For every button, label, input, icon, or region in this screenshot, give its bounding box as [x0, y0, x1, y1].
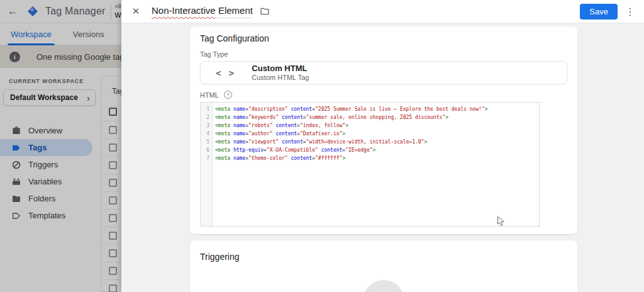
tag-name-field[interactable]: Non-Interactive Element: [152, 5, 253, 18]
app-window: ← Tag Manager All acc www Workspace Vers…: [0, 0, 644, 292]
tag-type-description: Custom HTML Tag: [252, 74, 309, 82]
dialog-header: ✕ Non-Interactive Element Save ⋮: [121, 0, 644, 23]
html-field-label: HTML: [200, 91, 219, 99]
code-line: 1<meta name="description" content="2025 …: [201, 105, 539, 113]
mouse-cursor: [497, 216, 506, 227]
code-line: 3<meta name="robots" content="index, fol…: [201, 121, 539, 130]
html-field-label-row: HTML ?: [200, 91, 567, 99]
tag-type-label: Tag Type: [200, 50, 567, 58]
code-line: 7<meta name="theme-color" content="#ffff…: [201, 154, 539, 162]
code-icon: < >: [216, 68, 235, 78]
code-lines: 1<meta name="description" content="2025 …: [201, 103, 539, 162]
folder-move-icon[interactable]: [260, 6, 270, 16]
triggering-card: Triggering: [190, 240, 577, 292]
tag-name-text: Non-Interactive: [152, 5, 216, 16]
tag-editor-dialog: ✕ Non-Interactive Element Save ⋮ Tag Con…: [121, 0, 644, 292]
tag-type-texts: Custom HTML Custom HTML Tag: [252, 64, 309, 82]
tag-type-name: Custom HTML: [252, 64, 309, 74]
save-button[interactable]: Save: [580, 4, 618, 20]
tag-type-selector[interactable]: < > Custom HTML Custom HTML Tag: [200, 61, 567, 84]
html-code-editor[interactable]: 1<meta name="description" content="2025 …: [200, 102, 540, 227]
kebab-menu-icon[interactable]: ⋮: [618, 6, 643, 18]
dialog-body: Tag Configuration Tag Type < > Custom HT…: [121, 23, 644, 292]
help-icon[interactable]: ?: [224, 91, 232, 99]
code-line: 5<meta name="viewport" content="width=de…: [201, 138, 539, 146]
code-line: 6<meta http-equiv="X-UA-Compatible" cont…: [201, 146, 539, 154]
tag-configuration-heading: Tag Configuration: [200, 30, 567, 43]
code-line: 2<meta name="keywords" content="summer s…: [201, 113, 539, 121]
close-icon[interactable]: ✕: [121, 6, 150, 17]
triggering-heading: Triggering: [200, 249, 567, 262]
code-line: 4<meta name="author" content="Datafixer.…: [201, 130, 539, 138]
trigger-placeholder-icon: [363, 280, 404, 292]
tag-name-text-rest: Element: [216, 5, 253, 16]
tag-configuration-card: Tag Configuration Tag Type < > Custom HT…: [190, 26, 577, 234]
